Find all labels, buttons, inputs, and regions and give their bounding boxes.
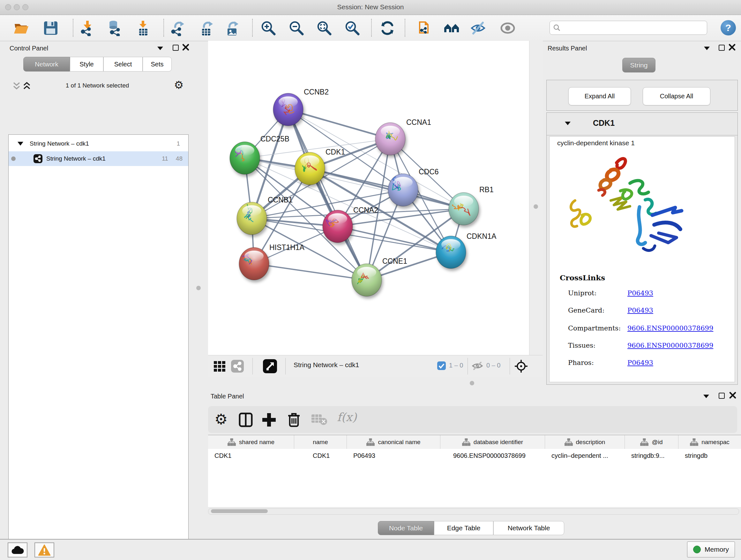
cloud-status-button[interactable] xyxy=(8,543,27,557)
show-columns-icon[interactable] xyxy=(239,413,253,427)
table-settings-gear-icon[interactable]: ⚙ xyxy=(214,411,227,427)
collection-disclosure-icon[interactable] xyxy=(17,142,23,145)
control-panel-menu-icon[interactable] xyxy=(157,47,163,50)
zoom-out-icon[interactable] xyxy=(288,20,305,36)
table-panel-close-icon[interactable] xyxy=(729,391,737,399)
network-node-CDK1[interactable] xyxy=(295,152,325,185)
network-collection-row[interactable]: String Network – cdk1 1 xyxy=(9,137,188,151)
table-empty-area xyxy=(208,462,741,507)
network-options-gear-icon[interactable]: ⚙ xyxy=(174,78,184,91)
tab-string[interactable]: String xyxy=(622,58,656,72)
import-network-file-icon[interactable] xyxy=(79,20,95,36)
panel-splitter-handle[interactable] xyxy=(196,286,201,290)
export-table-icon[interactable] xyxy=(198,20,214,36)
network-node-CCNA2[interactable] xyxy=(323,210,353,243)
splitter-handle-dot[interactable] xyxy=(470,381,474,385)
cell-namespace[interactable]: stringdb xyxy=(678,449,741,462)
grid-view-icon[interactable] xyxy=(213,360,226,373)
table-horizontal-scrollbar[interactable] xyxy=(208,508,739,515)
column-header-namespace[interactable]: namespac xyxy=(678,435,741,449)
table-row[interactable]: CDK1 CDK1 P06493 9606.ENSP00000378699 cy… xyxy=(208,449,741,462)
node-label-CDK1: CDK1 xyxy=(326,148,345,156)
column-header-shared-name[interactable]: shared name xyxy=(208,435,294,449)
column-header-description[interactable]: description xyxy=(545,435,625,449)
gene-disclosure-icon[interactable] xyxy=(565,122,570,125)
network-row-selected[interactable]: String Network – cdk1 11 48 xyxy=(9,151,188,166)
homes-icon[interactable] xyxy=(444,20,460,36)
column-header-name[interactable]: name xyxy=(294,435,347,449)
scrollbar-thumb[interactable] xyxy=(211,509,268,513)
function-builder-icon-disabled: f(x) xyxy=(337,411,357,424)
network-node-CDKN1A[interactable] xyxy=(436,236,466,268)
panel-splitter-handle[interactable] xyxy=(534,204,538,209)
network-node-CCNB2[interactable] xyxy=(273,93,303,126)
cell-id[interactable]: stringdb:9... xyxy=(625,449,678,462)
create-column-plus-icon[interactable] xyxy=(262,413,276,427)
horizontal-splitter[interactable] xyxy=(208,377,542,390)
results-panel-close-icon[interactable] xyxy=(728,44,736,51)
tab-node-table[interactable]: Node Table xyxy=(378,521,434,535)
cell-canonical-name[interactable]: P06493 xyxy=(347,449,441,462)
zoom-selected-icon[interactable] xyxy=(344,20,360,36)
hierarchy-icon xyxy=(462,438,470,446)
network-graph[interactable]: CCNB2CCNA1CDC25BCDK1CDC6RB1CCNB1CCNA2CDK… xyxy=(208,41,529,355)
crosslink-uniprot-link[interactable]: P06493 xyxy=(627,289,653,297)
tab-style[interactable]: Style xyxy=(70,57,104,71)
zoom-in-icon[interactable] xyxy=(260,20,276,36)
expand-all-chevron-icon[interactable] xyxy=(22,80,31,91)
network-node-RB1[interactable] xyxy=(449,192,479,225)
import-table-icon[interactable] xyxy=(135,20,151,36)
birdseye-view-icon[interactable] xyxy=(263,359,277,373)
network-node-CCNE1[interactable] xyxy=(352,264,382,296)
clone-network-icon[interactable] xyxy=(416,20,432,36)
control-panel-float-icon[interactable] xyxy=(173,45,179,51)
tab-network-table[interactable]: Network Table xyxy=(493,521,564,535)
memory-button[interactable]: Memory xyxy=(687,542,735,557)
table-panel-menu-icon[interactable] xyxy=(703,395,709,398)
network-node-CCNB1[interactable] xyxy=(237,202,267,235)
collapse-all-chevron-icon[interactable] xyxy=(12,80,21,91)
column-header-database-identifier[interactable]: database identifier xyxy=(441,435,545,449)
column-header-canonical-name[interactable]: canonical name xyxy=(347,435,441,449)
crosslink-pharos-link[interactable]: P06493 xyxy=(627,359,653,367)
cell-shared-name[interactable]: CDK1 xyxy=(208,449,294,462)
column-header-id[interactable]: @id xyxy=(625,435,678,449)
results-panel-menu-icon[interactable] xyxy=(704,47,710,50)
crosslink-tissues-link[interactable]: 9606.ENSP00000378699 xyxy=(627,341,713,349)
warning-status-button[interactable] xyxy=(35,543,54,557)
gene-entry-header[interactable]: CDK1 xyxy=(547,113,738,135)
table-panel-float-icon[interactable] xyxy=(719,393,725,399)
zoom-fit-icon[interactable] xyxy=(316,20,332,36)
tab-sets[interactable]: Sets xyxy=(143,57,172,71)
string-view-icon[interactable] xyxy=(231,360,244,373)
export-image-icon[interactable] xyxy=(224,20,240,36)
show-eye-icon[interactable] xyxy=(500,20,516,36)
hide-selected-eye-icon[interactable] xyxy=(470,20,486,36)
results-panel-float-icon[interactable] xyxy=(719,45,725,51)
selected-checkbox-icon[interactable] xyxy=(437,361,446,370)
tab-select[interactable]: Select xyxy=(104,57,143,71)
delete-trash-icon[interactable] xyxy=(287,412,300,427)
help-icon[interactable]: ? xyxy=(721,20,736,36)
crosslink-genecard-link[interactable]: P06493 xyxy=(627,307,653,314)
search-input[interactable] xyxy=(549,21,707,35)
expand-all-button[interactable]: Expand All xyxy=(568,87,631,105)
collapse-all-button[interactable]: Collapse All xyxy=(643,87,711,105)
network-node-CDC25B[interactable] xyxy=(230,142,260,174)
network-node-CDC6[interactable] xyxy=(388,174,418,206)
open-session-icon[interactable] xyxy=(13,20,29,36)
refresh-icon[interactable] xyxy=(380,20,395,36)
tab-edge-table[interactable]: Edge Table xyxy=(434,521,493,535)
fit-content-crosshair-icon[interactable] xyxy=(515,360,528,373)
crosslink-compartments-link[interactable]: 9606.ENSP00000378699 xyxy=(627,324,713,332)
cell-database-identifier[interactable]: 9606.ENSP00000378699 xyxy=(441,449,545,462)
import-network-database-icon[interactable] xyxy=(106,20,122,36)
cell-name[interactable]: CDK1 xyxy=(294,449,347,462)
tab-network[interactable]: Network xyxy=(23,57,70,71)
network-node-HIST1H1A[interactable] xyxy=(239,247,269,280)
save-session-icon[interactable] xyxy=(43,20,59,36)
export-network-icon[interactable] xyxy=(170,20,185,36)
control-panel-close-icon[interactable] xyxy=(182,44,190,51)
network-node-CCNA1[interactable] xyxy=(375,123,405,155)
cell-description[interactable]: cyclin–dependent ... xyxy=(545,449,625,462)
